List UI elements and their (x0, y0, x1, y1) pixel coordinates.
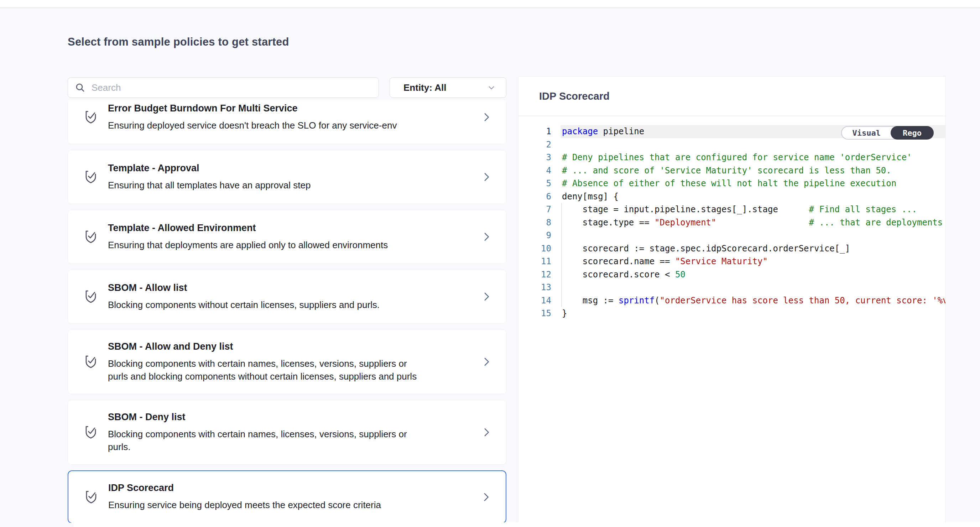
code-line: 9 (519, 229, 945, 242)
code-text: # Absence of either of these will not ha… (551, 178, 896, 188)
line-number: 4 (519, 166, 551, 175)
code-line: 8 stage.type == "Deployment" # ... that … (519, 216, 945, 229)
policy-card[interactable]: SBOM - Allow list Blocking components wi… (68, 269, 506, 324)
policy-shield-check-icon (83, 489, 99, 506)
policy-card[interactable]: SBOM - Allow and Deny list Blocking comp… (68, 330, 506, 394)
preview-title: IDP Scorecard (539, 91, 610, 102)
top-bar (0, 0, 980, 8)
policy-shield-check-icon (83, 288, 99, 305)
policy-card-title: SBOM - Allow and Deny list (108, 341, 480, 352)
code-line: 13 (519, 281, 945, 294)
line-number: 5 (519, 178, 551, 188)
code-text: } (551, 308, 567, 318)
code-text: msg := sprintf("orderService has score l… (551, 296, 945, 306)
code-line: 5# Absence of either of these will not h… (519, 177, 945, 190)
policy-card[interactable]: Template - Allowed Environment Ensuring … (68, 210, 506, 264)
line-number: 8 (519, 218, 551, 228)
policy-card-title: Error Budget Burndown For Multi Service (108, 103, 480, 114)
policy-card-text: SBOM - Allow list Blocking components wi… (108, 282, 480, 311)
line-number: 11 (519, 256, 551, 266)
policy-shield-check-icon (83, 169, 99, 186)
code-text: package pipeline (551, 126, 644, 136)
line-number: 2 (519, 140, 551, 150)
line-number: 13 (519, 282, 551, 292)
policy-card-description: Ensuring service being deployed meets th… (108, 498, 480, 511)
policy-card-description: Ensuring that all templates have an appr… (108, 179, 480, 191)
page-title: Select from sample policies to get start… (68, 36, 289, 48)
code-line: 7 stage = input.pipeline.stages[_].stage… (519, 203, 945, 216)
code-text: scorecard.name == "Service Maturity" (551, 256, 768, 266)
toolbar: Entity: All (68, 77, 506, 98)
policy-card-text: Error Budget Burndown For Multi Service … (108, 103, 480, 132)
code-text: # ... and score of 'Service Maturity' sc… (551, 166, 891, 175)
policy-card-description: Ensuring deployed service doesn't breach… (108, 119, 480, 132)
code-line: 10 scorecard := stage.spec.idpScorecard.… (519, 242, 945, 255)
preview-header: IDP Scorecard (519, 76, 945, 116)
code-text: # Deny pipelines that are configured for… (551, 153, 912, 162)
entity-filter-label: Entity: All (404, 82, 446, 93)
code-line: 2 (519, 138, 945, 151)
code-lines: 1package pipeline23# Deny pipelines that… (519, 125, 945, 320)
chevron-right-icon (480, 291, 493, 303)
policy-card-text: Template - Approval Ensuring that all te… (108, 163, 480, 191)
policy-card[interactable]: Error Budget Burndown For Multi Service … (68, 101, 506, 144)
line-number: 14 (519, 296, 551, 306)
code-text: stage.type == "Deployment" # ... that ar… (551, 218, 943, 228)
chevron-right-icon (480, 231, 493, 243)
policy-preview-panel: IDP Scorecard VisualRego 1package pipeli… (518, 76, 946, 527)
code-line: 15} (519, 307, 945, 320)
policy-card-text: Template - Allowed Environment Ensuring … (108, 223, 480, 252)
policy-card-text: SBOM - Allow and Deny list Blocking comp… (108, 341, 480, 383)
search-box[interactable] (68, 77, 379, 98)
chevron-right-icon (480, 356, 493, 368)
toggle-option-rego[interactable]: Rego (891, 126, 934, 140)
chevron-right-icon (480, 111, 493, 123)
line-number: 7 (519, 204, 551, 214)
code-text: stage = input.pipeline.stages[_].stage #… (551, 204, 917, 214)
chevron-right-icon (480, 491, 492, 503)
line-number: 6 (519, 191, 551, 202)
code-line: 6deny[msg] { (519, 190, 945, 203)
policy-card-title: Template - Allowed Environment (108, 223, 480, 234)
code-line: 12 scorecard.score < 50 (519, 268, 945, 281)
policy-card-title: SBOM - Allow list (108, 282, 480, 293)
code-text: deny[msg] { (551, 191, 619, 202)
policy-card[interactable]: Template - Approval Ensuring that all te… (68, 150, 506, 204)
line-number: 15 (519, 308, 551, 318)
policy-list: Error Budget Burndown For Multi Service … (68, 101, 506, 523)
policy-card-description: Ensuring that deployments are applied on… (108, 239, 480, 252)
policy-card-description: Blocking components without certain lice… (108, 298, 480, 311)
code-text: scorecard := stage.spec.idpScorecard.ord… (551, 244, 850, 253)
policy-card[interactable]: SBOM - Deny list Blocking components wit… (68, 400, 506, 465)
chevron-right-icon (480, 171, 493, 183)
line-number: 12 (519, 269, 551, 280)
policy-shield-check-icon (83, 353, 99, 370)
policy-shield-check-icon (83, 424, 99, 441)
bottom-strip (74, 522, 980, 527)
rego-code-editor[interactable]: VisualRego 1package pipeline23# Deny pip… (519, 116, 945, 527)
line-number: 1 (519, 126, 551, 136)
policy-card[interactable]: IDP Scorecard Ensuring service being dep… (68, 470, 506, 523)
policy-card-description: Blocking components with certain names, … (108, 428, 480, 453)
visual-rego-toggle[interactable]: VisualRego (841, 126, 934, 140)
line-number: 10 (519, 244, 551, 253)
code-line: 14 msg := sprintf("orderService has scor… (519, 294, 945, 307)
policy-card-title: IDP Scorecard (108, 482, 480, 494)
line-number: 9 (519, 230, 551, 240)
search-input[interactable] (91, 82, 372, 94)
policy-card-title: Template - Approval (108, 163, 480, 174)
chevron-right-icon (480, 426, 493, 438)
code-line: 4# ... and score of 'Service Maturity' s… (519, 164, 945, 177)
policy-card-text: IDP Scorecard Ensuring service being dep… (108, 482, 480, 511)
entity-filter-dropdown[interactable]: Entity: All (390, 77, 506, 98)
toggle-option-visual[interactable]: Visual (842, 127, 891, 139)
policy-shield-check-icon (83, 228, 99, 245)
policy-card-description: Blocking components with certain names, … (108, 357, 480, 383)
sample-policies-page: Select from sample policies to get start… (0, 0, 980, 527)
policy-card-text: SBOM - Deny list Blocking components wit… (108, 412, 480, 453)
policy-shield-check-icon (83, 108, 99, 126)
code-line: 3# Deny pipelines that are configured fo… (519, 151, 945, 164)
search-icon (75, 82, 86, 93)
code-line: 11 scorecard.name == "Service Maturity" (519, 255, 945, 268)
chevron-down-icon (487, 83, 496, 92)
